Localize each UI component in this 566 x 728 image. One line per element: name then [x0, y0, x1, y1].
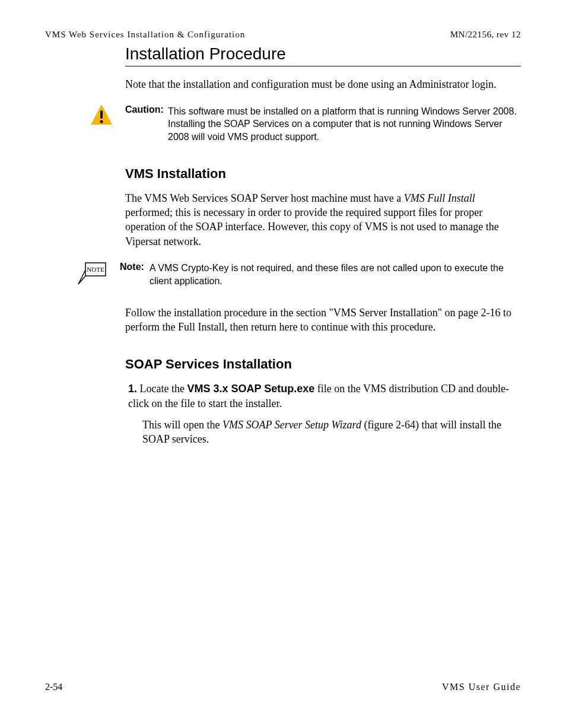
step1-prefix: Locate the: [137, 383, 187, 395]
page-title: Installation Procedure: [125, 44, 521, 66]
step1f-italic: VMS SOAP Server Setup Wizard: [222, 419, 361, 431]
step1f-prefix: This will open the: [142, 419, 222, 431]
footer-doc-title: VMS User Guide: [442, 682, 521, 692]
vms-para2: Follow the installation procedure in the…: [125, 306, 521, 335]
intro-block: Note that the installation and configura…: [125, 77, 521, 91]
vms-para1-suffix: performed; this is necessary in order to…: [125, 206, 499, 247]
caution-icon: [90, 103, 116, 129]
vms-follow-block: Follow the installation procedure in the…: [125, 306, 521, 335]
caution-label: Caution:: [125, 104, 164, 115]
svg-rect-1: [100, 110, 103, 119]
vms-para1: The VMS Web Services SOAP Server host ma…: [125, 191, 521, 249]
intro-text: Note that the installation and configura…: [125, 77, 521, 91]
soap-step-1: 1. Locate the VMS 3.x SOAP Setup.exe fil…: [128, 382, 521, 411]
soap-step-1-follow: This will open the VMS SOAP Server Setup…: [142, 418, 521, 447]
header-doc-id: MN/22156, rev 12: [450, 30, 521, 40]
note-icon: NOTE: [78, 260, 105, 287]
caution-callout: Caution: This software must be installed…: [90, 103, 521, 143]
vms-block: The VMS Web Services SOAP Server host ma…: [125, 191, 521, 249]
vms-para1-italic: VMS Full Install: [404, 192, 475, 204]
note-label: Note:: [120, 262, 144, 272]
page-header: VMS Web Services Installation & Configur…: [45, 30, 521, 40]
note-text: A VMS Crypto-Key is not required, and th…: [150, 262, 521, 287]
svg-point-2: [100, 120, 103, 123]
step-number: 1.: [128, 383, 137, 395]
vms-para1-prefix: The VMS Web Services SOAP Server host ma…: [125, 192, 404, 204]
footer-page-number: 2-54: [45, 682, 62, 692]
page-footer: 2-54 VMS User Guide: [45, 682, 521, 692]
note-callout: NOTE Note: A VMS Crypto-Key is not requi…: [78, 260, 521, 288]
note-content: Note: A VMS Crypto-Key is not required, …: [120, 260, 521, 288]
vms-heading: VMS Installation: [125, 166, 521, 182]
note-badge-text: NOTE: [87, 266, 104, 273]
header-section-title: VMS Web Services Installation & Configur…: [45, 30, 245, 40]
step1-bold: VMS 3.x SOAP Setup.exe: [187, 383, 314, 395]
caution-content: Caution: This software must be installed…: [125, 103, 521, 143]
caution-text: This software must be installed on a pla…: [168, 105, 521, 144]
soap-heading: SOAP Services Installation: [125, 357, 521, 372]
